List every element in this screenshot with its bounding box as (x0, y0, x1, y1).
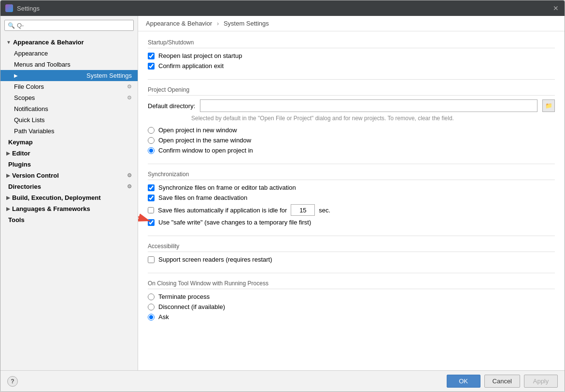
main-content: Appearance & Behavior › System Settings … (138, 16, 565, 370)
sidebar-item-appearance[interactable]: Appearance (0, 48, 138, 59)
breadcrumb-current: System Settings (224, 20, 269, 27)
save-idle-checkbox[interactable] (148, 207, 154, 213)
browse-button[interactable]: 📁 (542, 99, 555, 112)
close-button[interactable]: ✕ (552, 4, 560, 12)
save-deactivation-checkbox[interactable] (148, 195, 155, 201)
sidebar-item-notifications[interactable]: Notifications (0, 103, 138, 114)
default-directory-row: Default directory: 📁 (148, 99, 555, 112)
settings-icon: ⚙ (127, 84, 132, 90)
divider-2 (148, 164, 555, 164)
sidebar-section-label: Tools (8, 216, 25, 224)
sidebar-item-menus-toolbars[interactable]: Menus and Toolbars (0, 59, 138, 70)
expand-icon: ▶ (14, 73, 18, 78)
divider-4 (148, 273, 555, 273)
chevron-right-icon: ▶ (6, 206, 10, 211)
accessibility-section: Accessibility Support screen readers (re… (148, 243, 555, 263)
confirm-exit-row: Confirm application exit (148, 62, 555, 70)
sync-files-checkbox[interactable] (148, 184, 155, 191)
help-label: ? (11, 378, 14, 385)
settings-icon: ⚙ (127, 172, 132, 179)
terminate-label: Terminate process (158, 293, 210, 300)
sidebar-item-directories[interactable]: Directories ⚙ (0, 181, 138, 192)
save-idle-row: Save files automatically if application … (148, 204, 555, 216)
new-window-radio[interactable] (148, 127, 155, 134)
sidebar-item-label: Notifications (14, 105, 48, 112)
title-bar: Settings ✕ (0, 0, 565, 16)
directory-hint: Selected by default in the "Open File or… (148, 115, 555, 122)
idle-time-input[interactable] (291, 204, 315, 216)
help-button[interactable]: ? (7, 376, 18, 387)
same-window-label: Open project in the same window (158, 137, 251, 144)
sidebar-item-label: File Colors (14, 83, 44, 90)
footer-left: ? (7, 376, 18, 387)
safe-write-label: Use "safe write" (save changes to a temp… (158, 219, 311, 226)
search-input[interactable] (17, 22, 130, 29)
sidebar-item-tools[interactable]: Tools (0, 214, 138, 225)
startup-shutdown-section: Startup/Shutdown Reopen last project on … (148, 39, 555, 70)
sidebar-section-label: Plugins (8, 161, 31, 168)
app-icon (5, 4, 13, 12)
sidebar-item-appearance-behavior[interactable]: ▼ Appearance & Behavior (0, 37, 138, 48)
disconnect-label: Disconnect (if available) (158, 303, 225, 310)
content-area: 🔍 ▼ Appearance & Behavior Appearance Men… (0, 16, 565, 370)
save-deactivation-row: Save files on frame deactivation (148, 194, 555, 201)
sidebar-section-label: Editor (12, 150, 30, 157)
default-directory-label: Default directory: (148, 102, 195, 110)
confirm-window-row: Confirm window to open project in (148, 147, 555, 154)
sidebar-item-system-settings[interactable]: ▶ System Settings (0, 70, 138, 81)
screen-readers-checkbox[interactable] (148, 256, 155, 263)
same-window-radio[interactable] (148, 137, 155, 144)
confirm-window-label: Confirm window to open project in (158, 147, 253, 154)
default-directory-input[interactable] (200, 99, 537, 112)
confirm-window-radio[interactable] (148, 147, 155, 154)
startup-shutdown-title: Startup/Shutdown (148, 39, 555, 48)
sidebar-item-editor[interactable]: ▶ Editor (0, 148, 138, 159)
sidebar-item-scopes[interactable]: Scopes ⚙ (0, 92, 138, 103)
sidebar-item-label: Menus and Toolbars (14, 61, 71, 68)
confirm-exit-checkbox[interactable] (148, 63, 155, 70)
disconnect-radio[interactable] (148, 304, 155, 310)
screen-readers-row: Support screen readers (requires restart… (148, 256, 555, 263)
ask-radio[interactable] (148, 314, 155, 321)
sidebar-section-label: Version Control (12, 172, 59, 179)
sidebar-item-quick-lists[interactable]: Quick Lists (0, 114, 138, 126)
terminate-radio[interactable] (148, 294, 155, 300)
project-opening-title: Project Opening (148, 86, 555, 96)
new-window-row: Open project in new window (148, 126, 555, 134)
sidebar-item-label: System Settings (86, 72, 132, 79)
footer: ? OK Cancel Apply (0, 370, 565, 392)
sidebar-item-label: Quick Lists (14, 116, 45, 124)
sidebar-section-label: Languages & Frameworks (12, 205, 90, 212)
sidebar-item-path-variables[interactable]: Path Variables (0, 126, 138, 137)
sidebar-item-label: Scopes (14, 94, 35, 101)
window-title: Settings (17, 5, 40, 12)
terminate-row: Terminate process (148, 293, 555, 300)
synchronization-title: Synchronization (148, 171, 555, 180)
sidebar-item-label: Path Variables (14, 127, 55, 135)
sidebar-item-file-colors[interactable]: File Colors ⚙ (0, 81, 138, 92)
save-idle-label: Save files automatically if application … (158, 207, 287, 214)
cancel-button[interactable]: Cancel (484, 375, 520, 388)
sidebar-item-plugins[interactable]: Plugins (0, 159, 138, 170)
sidebar-section-label: Build, Execution, Deployment (12, 194, 100, 201)
reopen-last-checkbox[interactable] (148, 53, 155, 59)
sidebar-section-label: Directories (8, 183, 41, 190)
sidebar: 🔍 ▼ Appearance & Behavior Appearance Men… (0, 16, 138, 370)
safe-write-checkbox[interactable] (148, 219, 155, 226)
apply-button[interactable]: Apply (524, 375, 558, 388)
ok-button[interactable]: OK (447, 375, 480, 388)
sec-label: sec. (319, 207, 330, 214)
closing-tool-title: On Closing Tool Window with Running Proc… (148, 280, 555, 289)
sidebar-item-label: Appearance (14, 50, 48, 57)
sidebar-item-version-control[interactable]: ▶ Version Control ⚙ (0, 170, 138, 181)
nav-tree: ▼ Appearance & Behavior Appearance Menus… (0, 35, 138, 227)
safe-write-row: Use "safe write" (save changes to a temp… (148, 219, 555, 226)
divider-3 (148, 236, 555, 236)
search-box: 🔍 (4, 20, 134, 31)
synchronization-section: Synchronization Synchronize files on fra… (148, 171, 555, 226)
sidebar-item-keymap[interactable]: Keymap (0, 137, 138, 148)
breadcrumb-parent: Appearance & Behavior (146, 20, 212, 27)
sidebar-item-build[interactable]: ▶ Build, Execution, Deployment (0, 192, 138, 203)
chevron-right-icon: ▶ (6, 173, 10, 178)
sidebar-item-languages[interactable]: ▶ Languages & Frameworks (0, 203, 138, 214)
